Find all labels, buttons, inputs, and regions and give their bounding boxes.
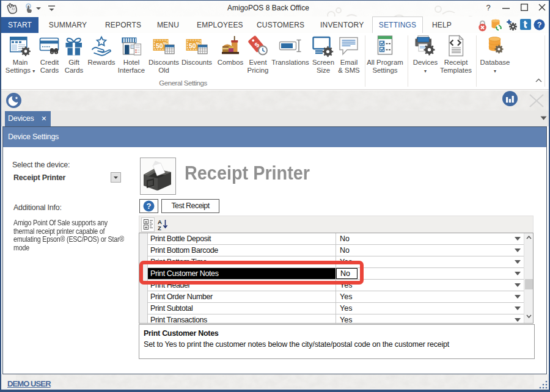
- svg-text:50: 50: [189, 42, 196, 49]
- svg-text:50: 50: [156, 42, 163, 49]
- svg-text:?: ?: [147, 201, 152, 211]
- svg-text:?: ?: [537, 21, 542, 29]
- svg-text:Z: Z: [158, 225, 161, 231]
